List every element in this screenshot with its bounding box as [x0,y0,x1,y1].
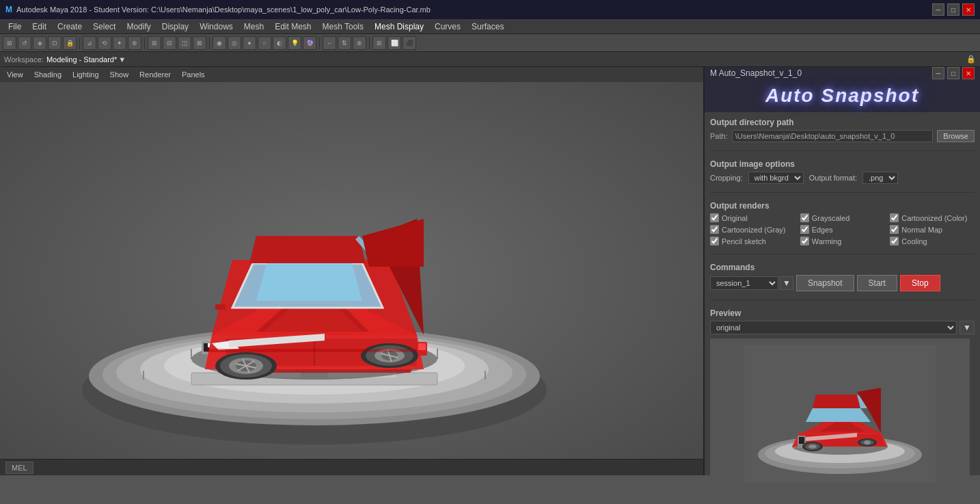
toolbar-sep-2 [144,37,145,49]
menu-edit[interactable]: Edit [27,21,52,33]
toolbar-btn-20[interactable]: 🔮 [303,36,316,50]
vp-menu-shading[interactable]: Shading [31,69,64,80]
toolbar-btn-11[interactable]: ⊟ [163,36,176,50]
toolbar-btn-4[interactable]: ⊡ [48,36,62,50]
divider-4 [710,300,975,300]
svg-marker-27 [249,236,366,263]
commands-row: session_1 ▼ Snapshot Start Stop [710,275,975,291]
stop-button[interactable]: Stop [900,275,940,291]
path-row: Path: Browse [710,130,975,142]
checkbox-pencil-sketch[interactable] [710,237,719,246]
toolbar-btn-3[interactable]: ◈ [33,36,46,50]
toolbar-btn-7[interactable]: ⟲ [98,36,111,50]
maximize-button[interactable]: □ [947,3,959,16]
menu-modify[interactable]: Modify [121,21,156,33]
toolbar-btn-12[interactable]: ◫ [178,36,191,50]
toolbar-btn-9[interactable]: ⊕ [128,36,141,50]
vp-menu-lighting[interactable]: Lighting [70,69,102,80]
toolbar-btn-21[interactable]: ↔ [323,36,336,50]
toolbar-btn-5[interactable]: 🔒 [63,36,77,50]
toolbar-btn-23[interactable]: ⊕ [353,36,366,50]
toolbar-btn-24[interactable]: ⊞ [372,36,386,50]
checkbox-grayscaled[interactable] [800,213,809,222]
path-input[interactable] [732,130,934,142]
toolbar-btn-17[interactable]: ○ [258,36,271,50]
preview-dropdown-icon[interactable]: ▼ [959,321,975,334]
minimize-button[interactable]: ─ [932,3,944,16]
browse-button[interactable]: Browse [937,130,975,142]
checkbox-original[interactable] [710,213,719,222]
toolbar-btn-14[interactable]: ◉ [213,36,226,50]
auto-snapshot-title: Auto Snapshot [710,85,975,107]
toolbar-sep-1 [79,37,80,49]
3d-scene[interactable] [0,82,703,475]
svg-point-71 [808,445,817,449]
checkbox-warming[interactable] [800,237,809,246]
checkbox-edges[interactable] [800,225,809,234]
toolbar-btn-22[interactable]: ⇅ [338,36,351,50]
workspace-bar: Workspace: Modeling - Standard* ▼ 🔒 [0,52,980,67]
menu-windows[interactable]: Windows [194,21,239,33]
panel-title: M Auto_Snapshot_v_1_0 [710,68,802,78]
checkbox-cooling[interactable] [890,237,899,246]
toolbar: ⊞ ↺ ◈ ⊡ 🔒 ⊿ ⟲ ✦ ⊕ ⊞ ⊟ ◫ ⊠ ◉ ◎ ● ○ ◐ 💡 🔮 … [0,34,980,52]
toolbar-btn-8[interactable]: ✦ [113,36,126,50]
checkbox-cartoonized-color[interactable] [890,213,899,222]
cropping-select[interactable]: with bkgrd [748,172,804,184]
lock-icon: 🔒 [966,55,976,64]
toolbar-btn-18[interactable]: ◐ [273,36,286,50]
output-format-select[interactable]: .png [862,172,898,184]
toolbar-btn-10[interactable]: ⊞ [148,36,161,50]
cropping-label: Cropping: [710,174,743,182]
vp-menu-renderer[interactable]: Renderer [137,69,174,80]
workspace-dropdown-icon[interactable]: ▼ [118,55,126,64]
label-grayscaled: Grayscaled [812,214,850,222]
menu-mesh[interactable]: Mesh [239,21,269,33]
session-select[interactable]: session_1 [710,276,778,290]
menu-select[interactable]: Select [87,21,121,33]
close-button[interactable]: ✕ [962,3,975,16]
start-button[interactable]: Start [857,275,897,291]
viewport-toolbar: View Shading Lighting Show Renderer Pane… [0,67,703,82]
toolbar-btn-16[interactable]: ● [243,36,256,50]
output-directory-label: Output directory path [710,118,975,127]
label-cartoonized-color: Cartoonized (Color) [901,214,967,222]
label-warming: Warming [812,237,842,246]
title-bar: M Autodesk Maya 2018 - Student Version: … [0,0,980,19]
check-cartoonized-gray: Cartoonized (Gray) [710,225,795,234]
menu-create[interactable]: Create [52,21,87,33]
vp-menu-panels[interactable]: Panels [179,69,208,80]
menu-surfaces[interactable]: Surfaces [466,21,509,33]
car-model [55,103,574,458]
menu-mesh-display[interactable]: Mesh Display [369,21,429,33]
svg-marker-30 [256,263,362,301]
menu-file[interactable]: File [3,21,27,33]
options-row: Cropping: with bkgrd Output format: .png [710,172,975,184]
toolbar-btn-2[interactable]: ↺ [18,36,31,50]
viewport[interactable]: View Shading Lighting Show Renderer Pane… [0,67,703,475]
toolbar-btn-6[interactable]: ⊿ [83,36,96,50]
vp-menu-view[interactable]: View [4,69,26,80]
toolbar-btn-19[interactable]: 💡 [288,36,301,50]
checkbox-cartoonized-gray[interactable] [710,225,719,234]
toolbar-btn-15[interactable]: ◎ [228,36,241,50]
menu-edit-mesh[interactable]: Edit Mesh [269,21,316,33]
toolbar-btn-25[interactable]: ⬜ [387,36,401,50]
status-bar: MEL [0,459,703,475]
preview-select[interactable]: original [710,321,957,334]
panel-close-button[interactable]: ✕ [962,67,975,79]
menu-curves[interactable]: Curves [429,21,466,33]
checkbox-normal-map[interactable] [890,225,899,234]
menu-display[interactable]: Display [156,21,194,33]
svg-marker-62 [813,395,860,408]
menu-mesh-tools[interactable]: Mesh Tools [317,21,369,33]
panel-maximize-button[interactable]: □ [947,67,959,79]
snapshot-button[interactable]: Snapshot [796,275,854,291]
toolbar-btn-1[interactable]: ⊞ [3,36,16,50]
panel-minimize-button[interactable]: ─ [932,67,944,79]
toolbar-btn-13[interactable]: ⊠ [193,36,206,50]
output-image-options-section: Output image options Cropping: with bkgr… [710,159,975,184]
vp-menu-show[interactable]: Show [107,69,132,80]
toolbar-btn-26[interactable]: ⬛ [403,36,416,50]
session-dropdown-icon[interactable]: ▼ [780,276,793,290]
